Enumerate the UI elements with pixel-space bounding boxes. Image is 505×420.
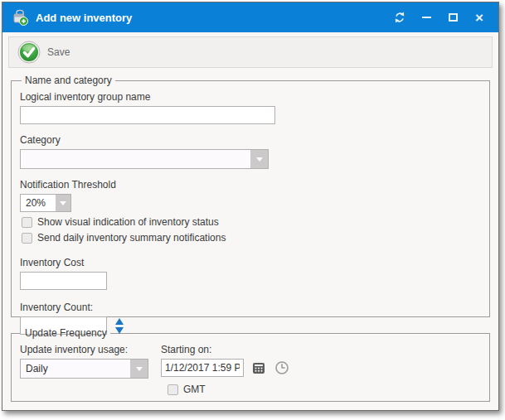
- inventory-cost-input[interactable]: [20, 272, 107, 290]
- threshold-label: Notification Threshold: [20, 179, 481, 191]
- show-visual-row: Show visual indication of inventory stat…: [22, 216, 481, 228]
- threshold-selected-value: 20%: [21, 195, 56, 211]
- update-frequency-group: Update Frequency Update inventory usage:…: [11, 327, 490, 402]
- close-icon: ×: [475, 11, 483, 25]
- frequency-row: Update inventory usage: Daily Starting o…: [20, 340, 481, 395]
- gmt-checkbox[interactable]: [168, 384, 178, 395]
- threshold-dropdown-button[interactable]: [56, 195, 70, 211]
- category-dropdown-button[interactable]: [250, 150, 268, 168]
- category-selected-value: [21, 150, 250, 168]
- minimize-icon: [422, 17, 431, 18]
- save-button[interactable]: Save: [14, 39, 76, 65]
- chevron-down-icon: [60, 201, 66, 205]
- threshold-dropdown[interactable]: 20%: [20, 194, 71, 212]
- chevron-down-icon: [136, 367, 143, 371]
- add-new-inventory-dialog: Add new inventory ×: [2, 2, 499, 411]
- update-frequency-legend: Update Frequency: [22, 327, 110, 339]
- inventory-add-icon: [11, 8, 29, 27]
- starting-column: Starting on: GMT: [161, 340, 290, 395]
- name-and-category-group: Name and category Logical inventory grou…: [11, 75, 490, 317]
- gmt-row: GMT: [168, 384, 290, 395]
- usage-dropdown[interactable]: Daily: [20, 359, 148, 379]
- save-button-label: Save: [47, 46, 70, 58]
- chevron-down-icon: [256, 157, 263, 162]
- inventory-count-spinner[interactable]: [115, 318, 124, 334]
- maximize-icon: [449, 13, 458, 22]
- starting-on-input[interactable]: [161, 359, 244, 377]
- calendar-icon[interactable]: [250, 360, 267, 376]
- clock-icon[interactable]: [274, 360, 290, 376]
- group-name-label: Logical inventory group name: [20, 91, 481, 103]
- usage-column: Update inventory usage: Daily: [20, 340, 161, 379]
- category-dropdown[interactable]: [20, 149, 269, 169]
- show-visual-checkbox[interactable]: [22, 217, 32, 228]
- save-check-icon: [17, 41, 41, 64]
- close-button[interactable]: ×: [469, 7, 490, 27]
- starting-on-row: [161, 359, 290, 377]
- refresh-button[interactable]: [389, 7, 410, 27]
- minimize-button[interactable]: [415, 7, 437, 27]
- send-daily-label: Send daily inventory summary notificatio…: [37, 232, 226, 244]
- category-label: Category: [20, 134, 481, 146]
- refresh-icon: [393, 11, 406, 24]
- window-title: Add new inventory: [36, 12, 384, 24]
- titlebar: Add new inventory ×: [2, 2, 498, 32]
- maximize-button[interactable]: [442, 7, 464, 27]
- group-name-input[interactable]: [20, 106, 275, 124]
- gmt-label: GMT: [183, 384, 206, 395]
- spinner-down-icon[interactable]: [115, 327, 124, 334]
- spinner-up-icon[interactable]: [115, 318, 124, 325]
- starting-on-label: Starting on:: [161, 344, 290, 355]
- inventory-count-label: Inventory Count:: [20, 302, 481, 313]
- inventory-cost-label: Inventory Cost: [20, 257, 481, 268]
- send-daily-row: Send daily inventory summary notificatio…: [22, 232, 481, 244]
- name-and-category-legend: Name and category: [22, 75, 115, 86]
- usage-selected-value: Daily: [21, 360, 130, 378]
- usage-dropdown-button[interactable]: [130, 360, 148, 378]
- usage-label: Update inventory usage:: [20, 344, 161, 355]
- show-visual-label: Show visual indication of inventory stat…: [37, 216, 219, 228]
- toolbar: Save: [8, 36, 493, 68]
- send-daily-checkbox[interactable]: [22, 233, 32, 244]
